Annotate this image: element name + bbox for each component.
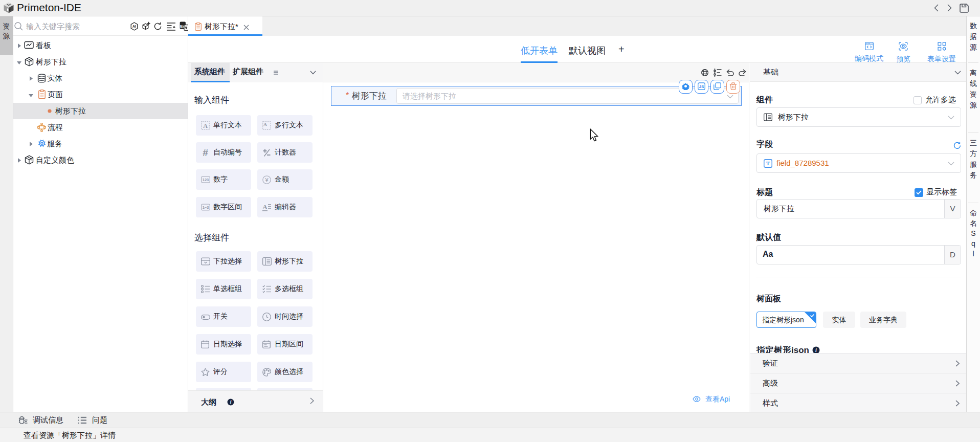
svg-text:JS: JS [699,84,704,89]
svg-text:AI: AI [132,25,136,28]
svg-text:i: i [815,347,817,353]
svg-text:1~3: 1~3 [203,205,209,210]
svg-text:i: i [230,400,232,405]
svg-text:A: A [262,203,268,211]
svg-text:T: T [766,161,770,166]
svg-text:A: A [263,122,267,127]
svg-text:A: A [203,122,208,129]
svg-text:¥: ¥ [264,177,269,183]
svg-text:123: 123 [203,178,209,182]
svg-text:#: # [203,148,208,157]
